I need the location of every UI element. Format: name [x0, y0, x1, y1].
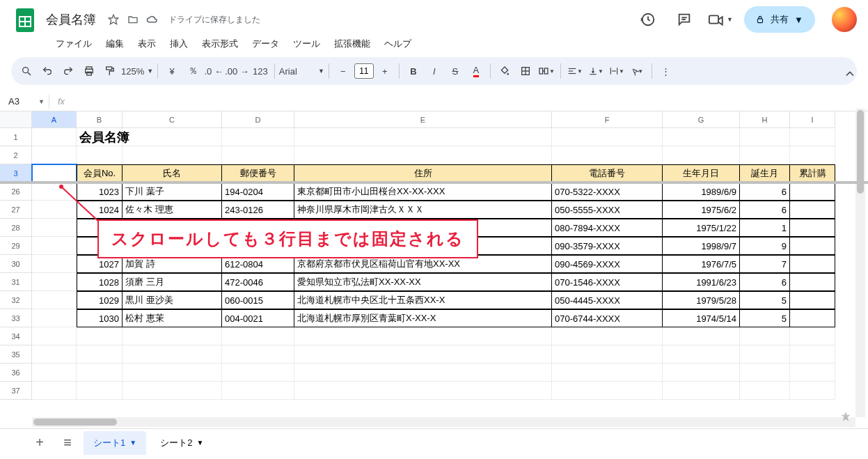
- cell[interactable]: [32, 164, 77, 182]
- cell[interactable]: [123, 327, 222, 345]
- menu-help[interactable]: ヘルプ: [379, 35, 417, 53]
- cell[interactable]: [32, 291, 77, 309]
- row-header-37[interactable]: 37: [0, 382, 32, 400]
- collapse-toolbar-icon[interactable]: [843, 67, 857, 84]
- cell[interactable]: 004-0021: [222, 309, 294, 327]
- cell[interactable]: 誕生月: [740, 164, 790, 182]
- cell[interactable]: 会員No.: [77, 164, 123, 182]
- row-header-28[interactable]: 28: [0, 219, 32, 237]
- comment-icon[interactable]: [672, 7, 697, 32]
- menu-data[interactable]: データ: [246, 35, 285, 53]
- cell[interactable]: 050-4445-XXXX: [552, 291, 663, 309]
- col-header-E[interactable]: E: [294, 111, 552, 128]
- cell[interactable]: [32, 309, 77, 327]
- zoom-select[interactable]: 125% ▼: [121, 66, 153, 77]
- cell[interactable]: [294, 146, 552, 164]
- menu-tools[interactable]: ツール: [287, 35, 326, 53]
- cell[interactable]: [222, 364, 294, 382]
- cell[interactable]: 6: [740, 273, 790, 291]
- cell[interactable]: [740, 128, 790, 146]
- font-size-decrease[interactable]: −: [333, 61, 353, 81]
- cell[interactable]: [552, 327, 663, 345]
- meet-icon[interactable]: ▼: [708, 7, 733, 32]
- cell[interactable]: [790, 273, 835, 291]
- all-sheets-button[interactable]: ≡: [56, 431, 79, 455]
- cell[interactable]: 1991/6/23: [663, 273, 740, 291]
- cell[interactable]: 郵便番号: [222, 164, 294, 182]
- add-sheet-button[interactable]: +: [28, 431, 52, 455]
- cell[interactable]: [222, 382, 294, 400]
- cell[interactable]: 神奈川県厚木市岡津古久ＸＸＸ: [294, 201, 552, 219]
- row-header-35[interactable]: 35: [0, 345, 32, 364]
- cell[interactable]: [222, 345, 294, 364]
- row-header-1[interactable]: 1: [0, 128, 32, 146]
- undo-icon[interactable]: [38, 61, 57, 81]
- account-avatar[interactable]: [832, 7, 857, 32]
- redo-icon[interactable]: [58, 61, 78, 81]
- cell[interactable]: 070-6744-XXXX: [552, 309, 663, 327]
- more-formats[interactable]: 123: [251, 61, 270, 81]
- cell[interactable]: [663, 382, 740, 400]
- share-button[interactable]: 共有 ▼: [744, 6, 815, 33]
- cell[interactable]: [790, 364, 835, 382]
- cell[interactable]: 会員名簿: [77, 128, 123, 146]
- cell[interactable]: 下川 葉子: [123, 182, 222, 201]
- menu-format[interactable]: 表示形式: [196, 35, 244, 53]
- cell[interactable]: 9: [740, 237, 790, 255]
- row-header-32[interactable]: 32: [0, 291, 32, 309]
- cell[interactable]: [790, 291, 835, 309]
- cell[interactable]: 氏名: [123, 164, 222, 182]
- spreadsheet-grid[interactable]: ABCDEFGHI 123262728293031323334353637 会員…: [0, 111, 868, 411]
- cell[interactable]: [740, 345, 790, 364]
- strikethrough-icon[interactable]: S: [445, 61, 465, 81]
- menu-file[interactable]: ファイル: [50, 35, 97, 53]
- doc-title[interactable]: 会員名簿: [42, 10, 100, 29]
- cell[interactable]: [294, 364, 552, 382]
- cell[interactable]: [740, 146, 790, 164]
- cell[interactable]: 住所: [294, 164, 552, 182]
- cell[interactable]: [663, 128, 740, 146]
- cell[interactable]: 6: [740, 201, 790, 219]
- cell[interactable]: [32, 327, 77, 345]
- tab-dropdown-icon[interactable]: ▼: [129, 439, 136, 446]
- cell[interactable]: [740, 327, 790, 345]
- menu-insert[interactable]: 挿入: [164, 35, 194, 53]
- font-family-select[interactable]: Arial ▼: [279, 66, 324, 77]
- cell[interactable]: 佐々木 理恵: [123, 201, 222, 219]
- cell[interactable]: [790, 382, 835, 400]
- cell[interactable]: [77, 382, 123, 400]
- format-currency[interactable]: ¥: [162, 61, 182, 81]
- h-align-icon[interactable]: ▼: [565, 61, 585, 81]
- increase-decimal-icon[interactable]: .00 →: [225, 61, 249, 81]
- col-header-G[interactable]: G: [663, 111, 740, 128]
- search-menus-icon[interactable]: [17, 61, 36, 81]
- cell[interactable]: 1976/7/5: [663, 255, 740, 273]
- cell[interactable]: 愛知県知立市弘法町XX-XX-XX: [294, 273, 552, 291]
- cell[interactable]: [123, 128, 222, 146]
- cell[interactable]: 080-7894-XXXX: [552, 219, 663, 237]
- cell[interactable]: [663, 327, 740, 345]
- cell[interactable]: 1028: [77, 273, 123, 291]
- cell[interactable]: 1029: [77, 291, 123, 309]
- cell[interactable]: [552, 382, 663, 400]
- font-size-input[interactable]: [354, 63, 374, 79]
- formula-bar[interactable]: [70, 96, 865, 107]
- cell[interactable]: 1975/6/2: [663, 201, 740, 219]
- cell[interactable]: 7: [740, 255, 790, 273]
- row-header-34[interactable]: 34: [0, 327, 32, 345]
- paint-format-icon[interactable]: [100, 61, 120, 81]
- cell[interactable]: [123, 364, 222, 382]
- cell[interactable]: 5: [740, 309, 790, 327]
- cell[interactable]: 電話番号: [552, 164, 663, 182]
- cell[interactable]: 1975/1/22: [663, 219, 740, 237]
- cell[interactable]: [32, 146, 77, 164]
- cloud-saved-icon[interactable]: [146, 13, 159, 26]
- row-header-36[interactable]: 36: [0, 364, 32, 382]
- cell[interactable]: 070-5322-XXXX: [552, 182, 663, 201]
- decrease-decimal-icon[interactable]: .0 ←: [204, 61, 223, 81]
- cell[interactable]: 1979/5/28: [663, 291, 740, 309]
- cell[interactable]: 1998/9/7: [663, 237, 740, 255]
- more-toolbar-icon[interactable]: ⋮: [656, 61, 676, 81]
- cell[interactable]: 090-4569-XXXX: [552, 255, 663, 273]
- col-header-H[interactable]: H: [740, 111, 790, 128]
